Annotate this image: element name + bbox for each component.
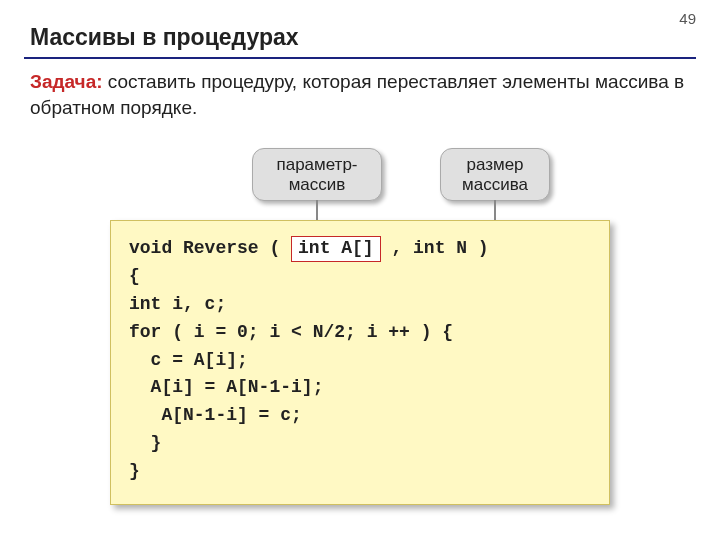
- page-number: 49: [679, 10, 696, 27]
- task-label: Задача:: [30, 71, 103, 92]
- task-paragraph: Задача: составить процедуру, которая пер…: [0, 69, 720, 120]
- task-text: составить процедуру, которая переставляе…: [30, 71, 684, 118]
- code-line: }: [129, 461, 140, 481]
- slide-title: Массивы в процедурах: [0, 0, 720, 57]
- code-line: c = A[i];: [129, 350, 248, 370]
- code-line: A[N-1-i] = c;: [129, 405, 302, 425]
- callout-param-array: параметр- массив: [252, 148, 382, 201]
- code-line: }: [129, 433, 161, 453]
- code-line: {: [129, 266, 140, 286]
- code-line: int i, c;: [129, 294, 226, 314]
- code-line: A[i] = A[N-1-i];: [129, 377, 323, 397]
- code-highlight-param: int A[]: [291, 236, 381, 262]
- code-sig-pre: void Reverse (: [129, 238, 291, 258]
- title-rule: [24, 57, 696, 59]
- code-sig-post: , int N ): [381, 238, 489, 258]
- code-block: void Reverse ( int A[] , int N ) { int i…: [110, 220, 610, 505]
- code-line: for ( i = 0; i < N/2; i ++ ) {: [129, 322, 453, 342]
- callout-array-size: размер массива: [440, 148, 550, 201]
